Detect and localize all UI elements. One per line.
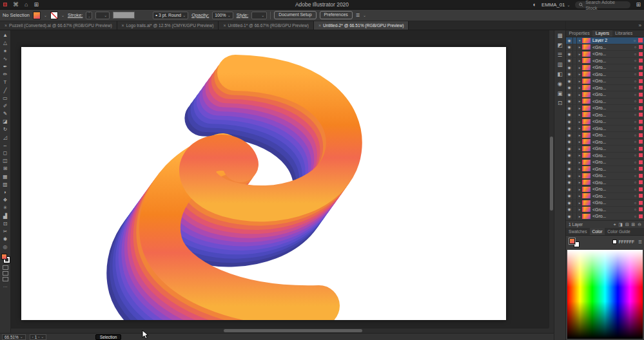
- target-circle-icon[interactable]: ○: [632, 72, 638, 76]
- expand-icon[interactable]: ▸: [577, 66, 582, 70]
- gradient-panel-icon[interactable]: ▥: [557, 62, 562, 68]
- document-tab-2[interactable]: ×Untitled-1* @ 66.67% (RGB/GPU Preview): [219, 21, 314, 30]
- stock-search-input[interactable]: Search Adobe Stock: [575, 1, 630, 8]
- target-circle-icon[interactable]: ○: [632, 59, 638, 62]
- target-circle-icon[interactable]: ○: [632, 52, 638, 56]
- visibility-toggle-icon[interactable]: ◉: [566, 166, 573, 173]
- document-tab-0[interactable]: ×Puzzell (Converted).ai @ 66.67% (RGB/GP…: [0, 21, 117, 30]
- stepper-down-icon[interactable]: ⌄: [88, 15, 90, 19]
- target-circle-icon[interactable]: ○: [632, 147, 638, 151]
- graphic-styles-panel-icon[interactable]: ▣: [557, 91, 562, 97]
- expand-icon[interactable]: ▸: [577, 187, 582, 191]
- group-row[interactable]: ◉▸<Gro...○: [566, 126, 644, 133]
- close-tab-icon[interactable]: ×: [122, 23, 124, 28]
- close-tab-icon[interactable]: ×: [5, 23, 7, 28]
- expand-icon[interactable]: ▸: [577, 99, 582, 103]
- group-row[interactable]: ◉▸<Gro...○: [566, 91, 644, 99]
- preferences-button[interactable]: Preferences: [320, 11, 353, 19]
- expand-icon[interactable]: ▸: [577, 160, 582, 164]
- tab-color-guide[interactable]: Color Guide: [605, 228, 632, 235]
- visibility-toggle-icon[interactable]: ◉: [566, 78, 573, 84]
- stroke-weight-select[interactable]: ⌄: [95, 12, 110, 19]
- document-tab-1[interactable]: ×Logo trails.ai* @ 12.5% (CMYK/GPU Previ…: [117, 21, 219, 30]
- group-row[interactable]: ◉▸<Gro...○: [566, 159, 644, 166]
- target-circle-icon[interactable]: ○: [632, 187, 638, 191]
- group-row[interactable]: ◉▸<Gro...○: [566, 85, 644, 92]
- rectangle-tool[interactable]: ▭: [0, 95, 10, 102]
- visibility-toggle-icon[interactable]: ◉: [566, 64, 573, 71]
- visibility-toggle-icon[interactable]: ◉: [566, 112, 573, 118]
- stroke-panel-icon[interactable]: ☰: [558, 52, 563, 58]
- visibility-toggle-icon[interactable]: ◉: [566, 71, 573, 78]
- target-circle-icon[interactable]: ○: [632, 153, 638, 157]
- stroke-weight-label[interactable]: Stroke:: [68, 12, 83, 18]
- draw-normal-mode-icon[interactable]: [3, 265, 8, 270]
- zoom-select[interactable]: 66.51% ⌄: [2, 334, 26, 340]
- visibility-toggle-icon[interactable]: ◉: [566, 51, 573, 57]
- visibility-toggle-icon[interactable]: ◉: [566, 146, 573, 152]
- magic-wand-tool[interactable]: ✶: [0, 47, 10, 55]
- color-panel-fill-stroke[interactable]: [569, 238, 580, 247]
- transparency-panel-icon[interactable]: ◧: [557, 71, 562, 77]
- workspace-switcher[interactable]: EMMA_01 ⌄: [542, 2, 570, 8]
- direct-selection-tool[interactable]: △: [0, 39, 10, 47]
- group-row[interactable]: ◉▸<Gro...○: [566, 146, 644, 153]
- perspective-grid-tool[interactable]: ⊞: [0, 165, 10, 173]
- line-segment-tool[interactable]: ╱: [0, 86, 10, 94]
- visibility-toggle-icon[interactable]: ◉: [566, 159, 573, 165]
- group-row[interactable]: ◉▸<Gro...○: [566, 71, 644, 79]
- expand-icon[interactable]: ▸: [577, 167, 582, 171]
- expand-icon[interactable]: ▸: [577, 140, 582, 144]
- stroke-weight-stepper[interactable]: ⌃ ⌄: [86, 12, 92, 19]
- lasso-tool[interactable]: ∿: [0, 55, 10, 63]
- horizontal-scrollbar[interactable]: [11, 328, 549, 333]
- paintbrush-tool[interactable]: ✐: [0, 102, 10, 110]
- visibility-toggle-icon[interactable]: ◉: [566, 37, 573, 44]
- visibility-toggle-icon[interactable]: ◉: [566, 213, 573, 220]
- expand-icon[interactable]: ▸: [577, 201, 582, 205]
- brush-definition-select[interactable]: • 3 pt. Round ⌄: [153, 12, 188, 19]
- group-row[interactable]: ◉▸<Gro...○: [566, 139, 644, 146]
- target-circle-icon[interactable]: ○: [632, 79, 638, 83]
- expand-icon[interactable]: ▸: [577, 45, 582, 49]
- artboard[interactable]: [21, 47, 506, 320]
- group-row[interactable]: ◉▸<Gro...○: [566, 105, 644, 112]
- scale-tool[interactable]: ◿: [0, 133, 10, 141]
- close-tab-icon[interactable]: ×: [318, 23, 321, 28]
- fill-color-indicator[interactable]: [569, 238, 575, 244]
- swatches-panel-icon[interactable]: ◩: [557, 42, 562, 48]
- make-clip-mask-icon[interactable]: ◨: [618, 222, 622, 227]
- rotate-tool[interactable]: ↻: [0, 126, 10, 133]
- visibility-toggle-icon[interactable]: ◉: [566, 173, 573, 179]
- next-artboard-icon[interactable]: ›: [38, 335, 39, 339]
- style-select[interactable]: ⌄: [251, 12, 267, 19]
- canvas[interactable]: [11, 30, 549, 328]
- fill-color-swatch[interactable]: [33, 12, 41, 19]
- edit-toolbar-icon[interactable]: ⋯: [3, 285, 8, 290]
- target-circle-icon[interactable]: ○: [632, 66, 638, 70]
- target-circle-icon[interactable]: ○: [632, 180, 638, 184]
- visibility-toggle-icon[interactable]: ◉: [566, 91, 573, 98]
- visibility-toggle-icon[interactable]: ◉: [566, 193, 573, 200]
- app-switcher-icon[interactable]: ⊞: [636, 2, 641, 8]
- target-circle-icon[interactable]: ○: [632, 201, 638, 205]
- visibility-toggle-icon[interactable]: ◉: [566, 118, 573, 125]
- document-setup-button[interactable]: Document Setup: [274, 11, 316, 19]
- apps-grid-icon[interactable]: ⊞: [34, 2, 39, 8]
- draw-behind-mode-icon[interactable]: [3, 271, 8, 276]
- tab-properties[interactable]: Properties: [566, 30, 592, 37]
- group-row[interactable]: ◉▸<Gro...○: [566, 207, 644, 214]
- visibility-toggle-icon[interactable]: ◉: [566, 139, 573, 146]
- new-layer-icon[interactable]: ⊞: [632, 222, 636, 227]
- target-circle-icon[interactable]: ○: [632, 126, 638, 130]
- close-tab-icon[interactable]: ×: [223, 23, 226, 28]
- group-row[interactable]: ◉▸<Gro...○: [566, 213, 644, 220]
- style-label[interactable]: Style:: [237, 12, 248, 18]
- group-row[interactable]: ◉▸<Gro...○: [566, 173, 644, 180]
- expand-icon[interactable]: ▸: [577, 113, 582, 117]
- vertical-scrollbar[interactable]: [549, 30, 554, 328]
- visibility-toggle-icon[interactable]: ◉: [566, 186, 573, 193]
- visibility-toggle-icon[interactable]: ◉: [566, 99, 573, 105]
- group-row[interactable]: ◉▸<Gro...○: [566, 51, 644, 58]
- expand-icon[interactable]: ▸: [577, 180, 582, 184]
